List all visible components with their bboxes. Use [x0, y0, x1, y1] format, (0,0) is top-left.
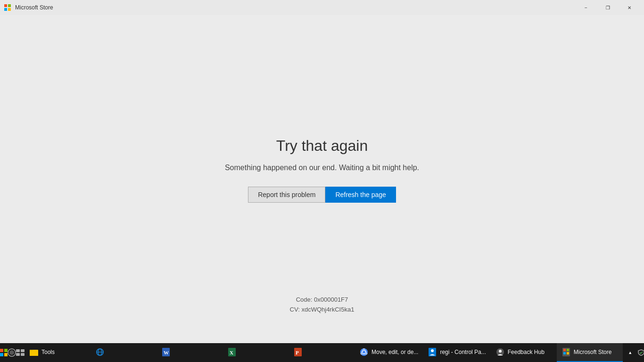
control-panel-icon [428, 347, 437, 357]
system-tray: ▲ [623, 343, 644, 362]
close-button[interactable]: ✕ [619, 0, 640, 15]
windows-icon [0, 349, 8, 356]
svg-rect-6 [0, 353, 3, 356]
window-title: Microsoft Store [15, 4, 53, 11]
task-view-button[interactable] [16, 343, 25, 362]
svg-rect-36 [563, 352, 566, 354]
svg-point-32 [499, 350, 502, 353]
svg-point-9 [9, 350, 14, 355]
svg-point-28 [363, 351, 365, 354]
antivirus-tray-icon[interactable] [636, 343, 644, 362]
button-row: Report this problem Refresh the page [248, 187, 396, 203]
task-view-icon [16, 349, 25, 356]
taskbar-app-chrome-label: Move, edit, or de... [372, 349, 418, 355]
powerpoint-document-icon: P [294, 348, 302, 356]
svg-rect-10 [16, 349, 20, 352]
taskbar: Tools W [0, 343, 644, 362]
maximize-button[interactable]: ❐ [597, 0, 619, 15]
taskbar-apps: Tools W [25, 343, 623, 362]
error-codes: Code: 0x000001F7 CV: xdcWQhj4rkCI5ka1 [290, 295, 355, 315]
svg-rect-1 [8, 4, 11, 7]
shield-icon [638, 349, 644, 356]
taskbar-app-feedback[interactable]: Feedback Hub [491, 343, 557, 362]
title-bar-controls: − ❐ ✕ [575, 0, 640, 15]
svg-rect-2 [4, 8, 7, 11]
svg-rect-12 [16, 353, 20, 356]
svg-text:W: W [164, 350, 169, 355]
chrome-icon [359, 347, 369, 357]
search-icon [8, 348, 16, 357]
svg-rect-4 [0, 349, 3, 352]
report-problem-button[interactable]: Report this problem [248, 187, 325, 203]
svg-rect-0 [4, 4, 7, 7]
taskbar-app-word[interactable]: W [157, 343, 223, 362]
user-icon [428, 348, 437, 356]
error-description: Something happened on our end. Waiting a… [225, 162, 419, 173]
taskbar-app-ie[interactable] [91, 343, 157, 362]
word-document-icon: W [162, 348, 170, 356]
svg-rect-3 [8, 8, 11, 11]
taskbar-app-tools[interactable]: Tools [25, 343, 91, 362]
feedback-hub-icon [495, 347, 505, 357]
store-icon [4, 4, 11, 11]
taskbar-app-feedback-label: Feedback Hub [508, 349, 545, 355]
tray-expand-button[interactable]: ▲ [627, 343, 634, 362]
folder-icon [30, 348, 38, 356]
svg-rect-5 [4, 349, 8, 352]
title-bar-left: Microsoft Store [4, 4, 53, 11]
chrome-browser-icon [360, 348, 368, 356]
refresh-page-button[interactable]: Refresh the page [325, 187, 396, 203]
error-cv: CV: xdcWQhj4rkCI5ka1 [290, 305, 355, 315]
start-button[interactable] [0, 343, 8, 362]
store-taskbar-icon [562, 348, 570, 356]
minimize-button[interactable]: − [575, 0, 597, 15]
taskbar-app-ppt[interactable]: P [289, 343, 355, 362]
svg-rect-16 [30, 351, 38, 356]
taskbar-app-control[interactable]: regi - Control Pa... [423, 343, 490, 362]
ie-icon [95, 347, 105, 357]
svg-rect-13 [21, 353, 25, 356]
word-icon: W [161, 347, 171, 357]
svg-rect-7 [4, 353, 8, 356]
error-container: Try that again Something happened on our… [225, 137, 419, 203]
taskbar-app-tools-label: Tools [41, 349, 55, 355]
svg-point-30 [431, 349, 434, 352]
taskbar-app-excel[interactable]: X [223, 343, 289, 362]
feedback-icon [496, 348, 504, 356]
excel-document-icon: X [228, 348, 236, 356]
svg-rect-37 [567, 352, 569, 354]
tools-icon [29, 347, 39, 357]
internet-explorer-icon [96, 348, 104, 356]
microsoft-store-icon [561, 347, 571, 357]
excel-icon: X [227, 347, 237, 357]
taskbar-app-store[interactable]: Microsoft Store [557, 343, 623, 362]
svg-text:P: P [296, 350, 299, 355]
title-bar: Microsoft Store − ❐ ✕ [0, 0, 644, 15]
svg-text:X: X [230, 350, 233, 355]
search-button[interactable] [8, 343, 16, 362]
svg-rect-34 [563, 349, 566, 351]
svg-rect-35 [567, 349, 569, 351]
svg-rect-11 [21, 349, 25, 352]
taskbar-app-control-label: regi - Control Pa... [440, 349, 486, 355]
taskbar-app-store-label: Microsoft Store [574, 349, 612, 355]
error-code: Code: 0x000001F7 [290, 295, 355, 305]
error-title: Try that again [276, 137, 368, 155]
powerpoint-icon: P [293, 347, 303, 357]
main-content: Try that again Something happened on our… [0, 15, 644, 343]
taskbar-app-chrome[interactable]: Move, edit, or de... [355, 343, 423, 362]
